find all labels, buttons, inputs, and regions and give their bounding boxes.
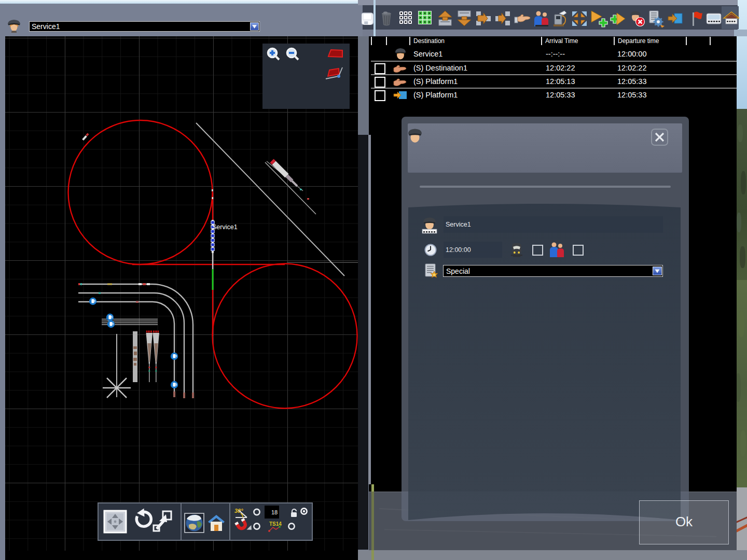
svg-text:Service1: Service1 bbox=[212, 223, 238, 231]
svg-text:18: 18 bbox=[271, 509, 278, 515]
